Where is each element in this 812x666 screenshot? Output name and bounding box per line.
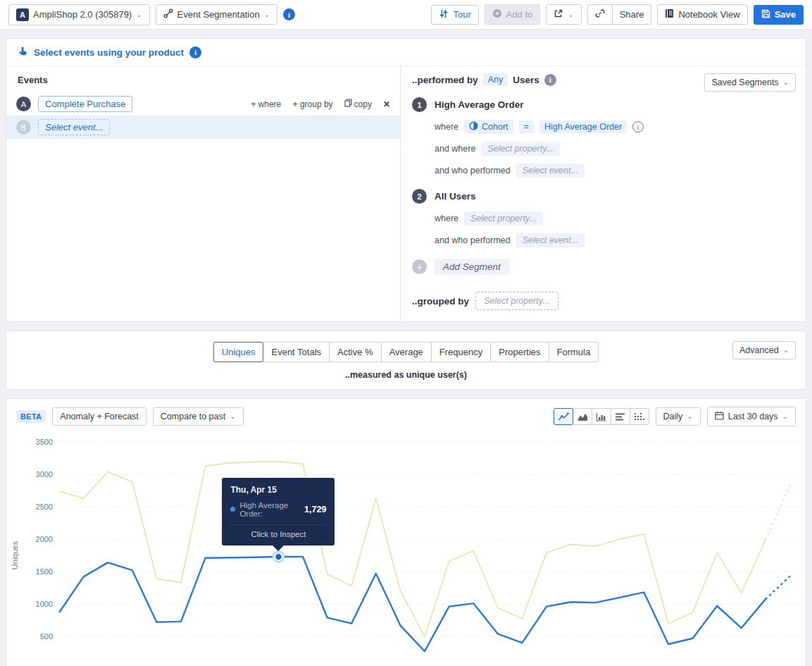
copy-event-button[interactable]: copy [344,99,372,109]
cohort-icon [469,121,478,132]
save-button[interactable]: Save [754,5,804,25]
tab-event-totals[interactable]: Event Totals [263,342,330,362]
remove-event-button[interactable]: ✕ [383,99,390,109]
date-range-selector[interactable]: Last 30 days ⌄ [707,407,796,426]
saved-segments-button[interactable]: Saved Segments ⌄ [704,73,796,92]
info-icon[interactable]: i [544,74,556,86]
tooltip-series-label: High Average Order: [239,501,300,518]
events-panel-title: Events [6,75,400,92]
add-to-button[interactable]: Add to [485,4,541,25]
project-selector[interactable]: A AmpliShop 2.0 (305879) ⌄ [8,4,150,25]
analysis-type-selector[interactable]: Event Segmentation ⌄ [156,4,277,25]
chart-type-group [554,408,649,425]
select-event-placeholder[interactable]: Select event... [516,233,585,247]
copy-icon [344,99,352,109]
tab-uniques[interactable]: Uniques [213,342,264,362]
area-chart-button[interactable] [573,408,592,425]
add-group-by-button[interactable]: +group by [292,99,332,109]
link-icon [595,8,605,20]
chevron-down-icon: ⌄ [230,413,235,420]
svg-text:Uniques: Uniques [11,541,19,569]
distribution-chart-icon [634,412,644,421]
chevron-down-icon: ⌄ [783,79,789,86]
series-bullet-icon [230,507,235,512]
select-property-placeholder[interactable]: Select property... [464,211,543,226]
project-badge: A [16,8,29,21]
sliders-icon [439,9,449,20]
add-where-button[interactable]: +where [251,99,281,109]
tooltip-date: Thu, Apr 15 [230,485,326,495]
measure-tabs: UniquesEvent TotalsActive %AverageFreque… [213,342,599,362]
tab-properties[interactable]: Properties [490,342,549,362]
who-performed-label: and who performed [435,166,511,175]
export-button[interactable]: ⌄ [546,4,581,25]
svg-text:500: 500 [40,632,53,641]
measured-as-label: ..measured as unique user(s) [6,370,806,380]
calendar-icon [715,411,724,422]
copy-link-button[interactable] [587,4,613,25]
segment-1-number: 1 [412,97,427,112]
select-event-placeholder[interactable]: Select event... [516,164,585,178]
bar-chart-icon [596,412,607,421]
info-icon[interactable]: i [189,47,201,58]
compare-to-past-button[interactable]: Compare to past ⌄ [153,407,244,426]
operator-chip[interactable]: = [519,121,534,133]
segment-2-name[interactable]: All Users [435,191,476,202]
info-outline-icon[interactable]: i [632,121,644,132]
tab-formula[interactable]: Formula [549,342,599,362]
tab-frequency[interactable]: Frequency [431,342,491,362]
events-card-header[interactable]: Select events using your product i [6,39,806,66]
measure-card: UniquesEvent TotalsActive %AverageFreque… [6,331,806,390]
svg-text:3000: 3000 [36,470,53,479]
group-by-label: group by [300,99,333,109]
users-label: Users [513,75,539,85]
tooltip-inspect-link[interactable]: Click to Inspect [230,530,326,540]
add-segment-button[interactable]: Add Segment [435,259,509,275]
tab-active-[interactable]: Active % [329,342,382,362]
notebook-view-button[interactable]: Notebook View [657,4,747,25]
segment-1-name[interactable]: High Average Order [435,99,524,110]
info-icon[interactable]: i [283,8,295,20]
event-a-actions: +where +group by copy ✕ [251,99,390,109]
cohort-label: Cohort [482,122,508,132]
tap-hand-icon [18,46,28,58]
interval-selector[interactable]: Daily ⌄ [656,407,701,426]
compare-label: Compare to past [161,412,225,421]
tab-average[interactable]: Average [381,342,432,362]
segment-2-where-row: where Select property... [435,211,794,226]
line-chart-button[interactable] [554,408,573,425]
grouped-by-placeholder[interactable]: Select property... [475,292,558,310]
horizontal-bars-button[interactable] [611,408,630,425]
plus-icon: + [292,99,298,109]
circle-plus-icon [492,8,502,20]
cohort-chip[interactable]: Cohort [464,120,513,134]
grouped-by-label: ..grouped by [412,296,469,307]
tour-button[interactable]: Tour [431,5,478,25]
horizontal-bars-icon [615,412,625,421]
save-icon [761,9,770,20]
segment-1-who-row: and who performed Select event... [435,164,794,178]
events-body: Events A Complete Purchase +where +group… [6,66,806,321]
chart-area[interactable]: 0500100015002000250030003500Apr 6Apr 8Ap… [6,432,806,666]
line-chart[interactable]: 0500100015002000250030003500Apr 6Apr 8Ap… [6,432,806,666]
distribution-chart-button[interactable] [630,408,649,425]
where-label: where [258,99,282,109]
event-row-b[interactable]: B Select event... [6,116,400,139]
where-label: where [435,122,458,132]
chart-controls: BETA Anomaly + Forecast Compare to past … [6,407,806,426]
advanced-button[interactable]: Advanced ⌄ [732,341,796,359]
line-chart-icon [558,412,569,421]
share-button[interactable]: Share [613,4,652,25]
bar-chart-button[interactable] [592,408,611,425]
anomaly-forecast-button[interactable]: Anomaly + Forecast [52,407,146,426]
event-a-chip[interactable]: Complete Purchase [38,96,132,112]
cohort-value-chip[interactable]: High Average Order [539,121,627,133]
plus-icon: + [251,99,256,109]
segment-1: 1 High Average Order where Cohort = High… [412,97,794,178]
date-range-label: Last 30 days [728,412,778,421]
select-property-placeholder[interactable]: Select property... [481,142,560,156]
segment-2-who-row: and who performed Select event... [435,233,794,247]
svg-text:2500: 2500 [36,502,53,511]
any-users-chip[interactable]: Any [483,73,508,86]
select-event-chip[interactable]: Select event... [38,119,110,135]
